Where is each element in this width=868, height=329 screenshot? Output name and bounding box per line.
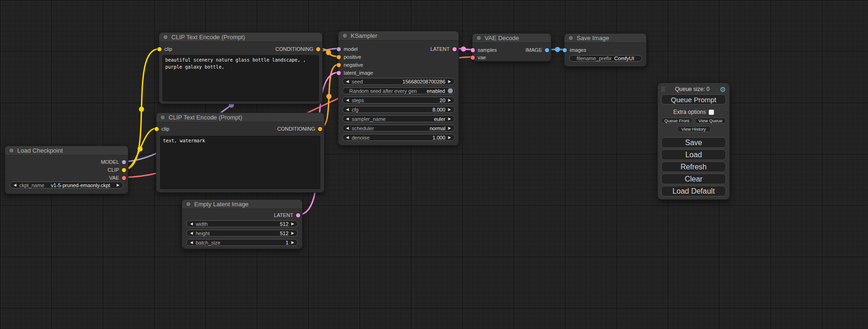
input-slot-images[interactable]: images	[565, 46, 586, 54]
vae-input-port[interactable]	[471, 56, 475, 60]
image-output-port[interactable]	[545, 48, 549, 52]
increment-arrow-icon[interactable]: ▶	[448, 117, 451, 121]
input-slot-clip[interactable]: clip	[156, 125, 169, 133]
sampler-name-widget[interactable]: ◀ sampler_name euler ▶	[342, 115, 455, 122]
clip-input-port[interactable]	[155, 127, 159, 131]
samples-input-port[interactable]	[471, 48, 475, 52]
load-default-button[interactable]: Load Default	[661, 186, 726, 196]
increment-arrow-icon[interactable]: ▶	[291, 231, 294, 235]
batch-size-widget[interactable]: ◀ batch_size 1 ▶	[186, 239, 298, 246]
node-title-bar[interactable]: KSampler	[339, 31, 459, 41]
ckpt-name-widget[interactable]: ◀ ckpt_name v1-5-pruned-emaonly.ckpt ▶	[10, 182, 123, 189]
node-clip-text-encode-positive[interactable]: CLIP Text Encode (Prompt) clip CONDITION…	[159, 32, 323, 104]
input-slot-vae[interactable]: vae	[473, 54, 486, 61]
node-save-image[interactable]: Save Image images filename_prefix ComfyU…	[564, 33, 647, 67]
output-slot-clip[interactable]: CLIP	[108, 166, 128, 174]
steps-widget[interactable]: ◀ steps 20 ▶	[342, 97, 455, 104]
decrement-arrow-icon[interactable]: ◀	[346, 126, 349, 130]
widget-label: height	[196, 231, 210, 236]
conditioning-output-port[interactable]	[316, 47, 320, 51]
increment-arrow-icon[interactable]: ▶	[448, 98, 451, 102]
output-slot-latent[interactable]: LATENT	[274, 211, 302, 219]
node-ksampler[interactable]: KSampler model positive negative latent_…	[338, 31, 459, 146]
load-button[interactable]: Load	[661, 149, 726, 160]
negative-input-port[interactable]	[337, 63, 341, 67]
conditioning-output-port[interactable]	[318, 127, 322, 131]
extra-options-checkbox[interactable]	[709, 110, 714, 115]
queue-front-button[interactable]: Queue Front	[661, 118, 692, 124]
node-clip-text-encode-negative[interactable]: CLIP Text Encode (Prompt) clip CONDITION…	[156, 112, 325, 193]
node-title-bar[interactable]: CLIP Text Encode (Prompt)	[156, 113, 324, 122]
node-title-bar[interactable]: VAE Decode	[473, 34, 551, 43]
filename-prefix-widget[interactable]: filename_prefix ComfyUI	[569, 55, 642, 62]
model-output-port[interactable]	[122, 160, 126, 164]
increment-arrow-icon[interactable]: ▶	[448, 126, 451, 130]
output-slot-model[interactable]: MODEL	[101, 158, 128, 166]
input-slot-latent-image[interactable]: latent_image	[339, 69, 373, 77]
view-queue-button[interactable]: View Queue	[695, 118, 726, 124]
node-title-bar[interactable]: Load Checkpoint	[5, 146, 128, 155]
panel-drag-handle[interactable]	[661, 86, 665, 92]
save-button[interactable]: Save	[661, 137, 726, 148]
latent-output-port[interactable]	[296, 213, 300, 217]
increment-arrow-icon[interactable]: ▶	[291, 222, 294, 226]
clip-output-port[interactable]	[122, 168, 126, 172]
node-title: Save Image	[577, 35, 609, 42]
increment-arrow-icon[interactable]: ▶	[291, 241, 294, 245]
slot-label: vae	[478, 55, 486, 60]
increment-arrow-icon[interactable]: ▶	[448, 80, 451, 84]
decrement-arrow-icon[interactable]: ◀	[346, 136, 349, 140]
images-input-port[interactable]	[563, 48, 567, 52]
settings-gear-icon[interactable]: ⚙	[720, 86, 726, 93]
increment-arrow-icon[interactable]: ▶	[448, 108, 451, 112]
node-graph-canvas[interactable]: Load Checkpoint MODEL CLIP VAE ◀ ckpt_na…	[0, 0, 868, 329]
model-input-port[interactable]	[337, 47, 341, 51]
random-seed-toggle-widget[interactable]: Random seed after every gen enabled	[342, 87, 455, 94]
input-slot-negative[interactable]: negative	[339, 61, 363, 69]
scheduler-widget[interactable]: ◀ scheduler normal ▶	[342, 125, 455, 132]
prompt-text-area[interactable]: beautiful scenery nature glass bottle la…	[162, 55, 319, 101]
view-history-button[interactable]: View History	[677, 126, 711, 132]
vae-output-port[interactable]	[122, 176, 126, 180]
decrement-arrow-icon[interactable]: ◀	[190, 222, 193, 226]
seed-widget[interactable]: ◀ seed 156680208700286 ▶	[342, 78, 455, 85]
node-load-checkpoint[interactable]: Load Checkpoint MODEL CLIP VAE ◀ ckpt_na…	[5, 146, 128, 194]
node-empty-latent-image[interactable]: Empty Latent Image LATENT ◀ width 512 ▶ …	[182, 199, 303, 249]
prompt-text-area[interactable]: text, watermark	[160, 136, 320, 189]
widget-label: ckpt_name	[19, 182, 44, 188]
decrement-arrow-icon[interactable]: ◀	[346, 117, 349, 121]
output-slot-latent[interactable]: LATENT	[430, 45, 459, 53]
node-title-bar[interactable]: Save Image	[565, 34, 646, 43]
toggle-knob[interactable]	[448, 88, 453, 93]
node-title-bar[interactable]: CLIP Text Encode (Prompt)	[159, 33, 322, 42]
decrement-arrow-icon[interactable]: ◀	[190, 231, 193, 235]
width-widget[interactable]: ◀ width 512 ▶	[186, 220, 298, 227]
decrement-arrow-icon[interactable]: ◀	[346, 108, 349, 112]
output-slot-conditioning[interactable]: CONDITIONING	[277, 125, 324, 133]
queue-prompt-button[interactable]: Queue Prompt	[661, 94, 726, 105]
node-title-bar[interactable]: Empty Latent Image	[182, 200, 302, 209]
decrement-arrow-icon[interactable]: ◀	[190, 241, 193, 245]
latent-image-input-port[interactable]	[337, 71, 341, 75]
increment-arrow-icon[interactable]: ▶	[448, 136, 451, 140]
decrement-arrow-icon[interactable]: ◀	[346, 80, 349, 84]
node-vae-decode[interactable]: VAE Decode samples vae IMAGE	[472, 33, 551, 62]
clear-button[interactable]: Clear	[661, 174, 726, 184]
denoise-widget[interactable]: ◀ denoise 1.000 ▶	[342, 134, 455, 141]
input-slot-model[interactable]: model	[339, 45, 358, 53]
refresh-button[interactable]: Refresh	[661, 161, 726, 172]
latent-output-port[interactable]	[452, 47, 457, 51]
cfg-widget[interactable]: ◀ cfg 8.000 ▶	[342, 106, 455, 113]
input-slot-samples[interactable]: samples	[473, 46, 497, 54]
output-slot-conditioning[interactable]: CONDITIONING	[275, 45, 322, 53]
decrement-arrow-icon[interactable]: ◀	[14, 183, 16, 187]
height-widget[interactable]: ◀ height 512 ▶	[186, 230, 298, 237]
clip-input-port[interactable]	[157, 47, 162, 51]
decrement-arrow-icon[interactable]: ◀	[346, 98, 349, 102]
input-slot-positive[interactable]: positive	[339, 53, 361, 61]
increment-arrow-icon[interactable]: ▶	[117, 183, 120, 187]
positive-input-port[interactable]	[337, 55, 341, 59]
input-slot-clip[interactable]: clip	[159, 45, 172, 53]
output-slot-image[interactable]: IMAGE	[526, 46, 551, 54]
output-slot-vae[interactable]: VAE	[109, 174, 128, 182]
